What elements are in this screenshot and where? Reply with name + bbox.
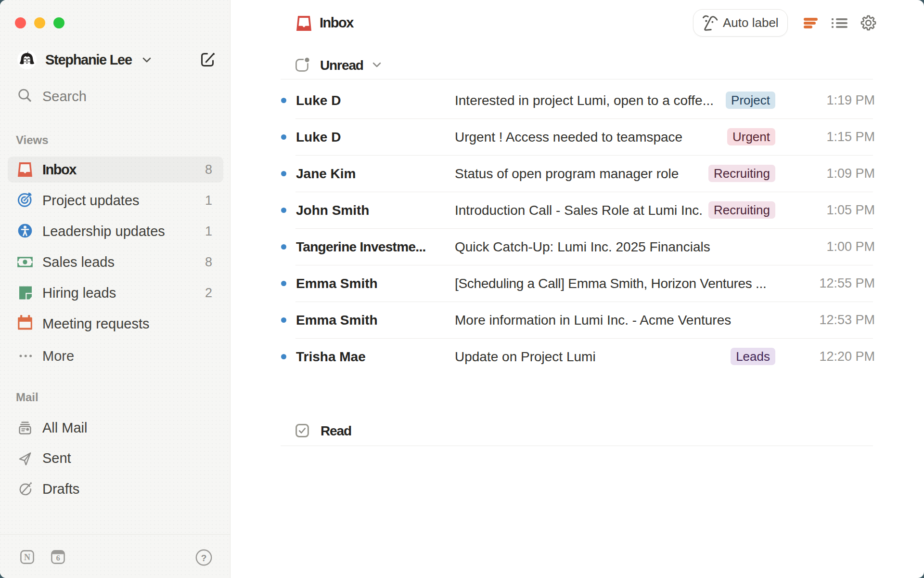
svg-text:N: N (24, 552, 30, 562)
svg-text:?: ? (201, 553, 207, 563)
svg-text:6: 6 (56, 553, 60, 563)
